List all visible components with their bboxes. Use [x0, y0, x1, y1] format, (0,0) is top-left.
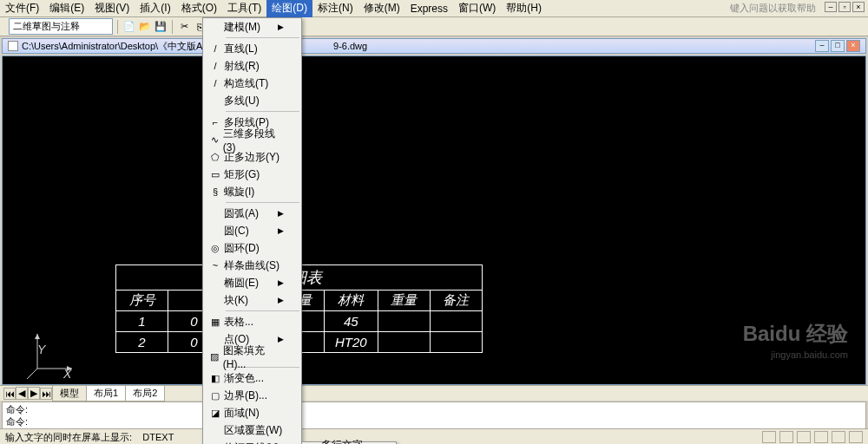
menu-file[interactable]: 文件(F) — [0, 0, 44, 17]
submenu-arrow-icon: ▶ — [278, 23, 284, 31]
draw-menu-item[interactable]: /直线(L) — [203, 40, 301, 57]
draw-menu-item[interactable]: ◎圆环(D) — [203, 239, 301, 257]
layout-tabs: ⏮ ◀ ▶ ⏭ 模型 布局1 布局2 — [0, 385, 868, 401]
draw-menu-item[interactable]: /构造线(T) — [203, 75, 301, 92]
menu-item-icon: / — [207, 78, 224, 88]
menu-draw[interactable]: 绘图(D) — [266, 0, 312, 17]
cmd-line: 命令: — [6, 415, 862, 428]
tab-last-button[interactable]: ⏭ — [40, 388, 52, 400]
menu-item-icon: / — [207, 61, 224, 71]
draw-menu-item[interactable]: 区域覆盖(W) — [203, 421, 301, 439]
toolbar: 二维草图与注释 📄 📂 💾 ✂ ⎘ 📋 — [0, 17, 868, 36]
submenu-arrow-icon: ▶ — [278, 278, 284, 287]
menu-help[interactable]: 帮助(H) — [501, 0, 547, 17]
menu-item-icon: ▢ — [207, 390, 224, 402]
draw-menu-item[interactable]: 修订云线(V) — [203, 439, 301, 444]
draw-menu-item[interactable]: 多线(U) — [203, 92, 301, 109]
submenu-arrow-icon: ▶ — [278, 209, 284, 218]
status-bar: 输入文字的同时在屏幕上显示: DTEXT — [0, 428, 868, 444]
menu-item-icon: ▭ — [207, 169, 224, 180]
menu-view[interactable]: 视图(V) — [89, 0, 135, 17]
grid-toggle[interactable] — [779, 431, 793, 443]
draw-menu-dropdown: 建模(M)▶/直线(L)/射线(R)/构造线(T)多线(U)⌐多段线(P)∿三维… — [202, 17, 302, 444]
menu-window[interactable]: 窗口(W) — [453, 0, 501, 17]
draw-menu-item[interactable]: 椭圆(E)▶ — [203, 274, 301, 291]
document-icon — [8, 41, 18, 51]
tab-layout2[interactable]: 布局2 — [125, 385, 165, 402]
cmd-line: 命令: — [6, 403, 862, 415]
menu-item-icon: ∿ — [207, 134, 223, 146]
command-window[interactable]: 命令: 命令: — [2, 402, 866, 429]
tab-layout1[interactable]: 布局1 — [86, 385, 126, 402]
draw-menu-item[interactable]: ▨图案填充(H)... — [203, 348, 301, 365]
draw-menu-item[interactable]: 圆弧(A)▶ — [203, 205, 301, 222]
draw-menu-item[interactable]: /射线(R) — [203, 57, 301, 75]
menu-item-icon: ◪ — [207, 408, 224, 419]
menu-item-icon: ~ — [207, 260, 224, 271]
doc-close-button[interactable]: × — [846, 40, 860, 52]
menu-tools[interactable]: 工具(T) — [222, 0, 266, 17]
watermark: Baidu 经验 — [743, 320, 848, 348]
tab-prev-button[interactable]: ◀ — [16, 387, 28, 400]
tab-first-button[interactable]: ⏮ — [3, 388, 16, 400]
draw-menu-item[interactable]: ~样条曲线(S) — [203, 257, 301, 274]
document-path: C:\Users\Administrator\Desktop\《中文版AutoC… — [22, 40, 229, 53]
tab-next-button[interactable]: ▶ — [28, 387, 40, 400]
menu-item-icon: / — [207, 43, 224, 54]
submenu-arrow-icon: ▶ — [278, 335, 284, 343]
draw-menu-item[interactable]: ▢边界(B)... — [203, 387, 301, 404]
save-icon[interactable]: 💾 — [154, 20, 168, 34]
draw-menu-item[interactable]: 块(K)▶ — [203, 291, 301, 309]
help-search[interactable]: 键入问题以获取帮助 — [730, 2, 816, 15]
submenu-arrow-icon: ▶ — [278, 296, 284, 304]
status-toggles — [762, 431, 863, 442]
doc-minimize-button[interactable]: – — [815, 40, 829, 52]
draw-menu-item[interactable]: 圆(C)▶ — [203, 222, 301, 239]
document-titlebar: C:\Users\Administrator\Desktop\《中文版AutoC… — [2, 38, 866, 54]
menu-item-icon: ◎ — [207, 243, 224, 254]
menu-format[interactable]: 格式(O) — [176, 0, 222, 17]
menu-edit[interactable]: 编辑(E) — [44, 0, 89, 17]
open-icon[interactable]: 📂 — [138, 20, 152, 34]
cut-icon[interactable]: ✂ — [177, 20, 191, 34]
workspace-selector[interactable]: 二维草图与注释 — [9, 18, 113, 35]
polar-toggle[interactable] — [814, 431, 828, 443]
menu-item-icon: ⌐ — [207, 117, 224, 127]
menu-insert[interactable]: 插入(I) — [135, 0, 175, 17]
draw-menu-item[interactable]: ▭矩形(G) — [203, 166, 301, 183]
document-filename: 9-6.dwg — [333, 41, 367, 51]
tab-model[interactable]: 模型 — [52, 385, 87, 402]
menu-item-icon: ▨ — [207, 351, 223, 362]
draw-menu-item[interactable]: ∿三维多段线(3) — [203, 131, 301, 148]
menu-item-icon: ◧ — [207, 373, 224, 384]
draw-menu-item[interactable]: ▦表格... — [203, 313, 301, 330]
doc-maximize-button[interactable]: □ — [831, 40, 845, 52]
new-icon[interactable]: 📄 — [122, 20, 136, 34]
menu-express[interactable]: Express — [405, 1, 453, 16]
status-text: 输入文字的同时在屏幕上显示: DTEXT — [5, 431, 174, 442]
snap-toggle[interactable] — [762, 431, 776, 443]
drawing-canvas[interactable]: 明细表 序号 数量 材料重量 备注 10 轴1 45 20 轮1 HT20 Y … — [2, 56, 866, 385]
draw-menu-item[interactable]: ⬠正多边形(Y) — [203, 148, 301, 166]
draw-menu-item[interactable]: ◧渐变色... — [203, 369, 301, 387]
draw-menu-item[interactable]: 建模(M)▶ — [203, 18, 301, 36]
menu-item-icon: § — [207, 186, 224, 197]
restore-button[interactable]: ▫ — [838, 2, 851, 12]
draw-menu-item[interactable]: §螺旋(I) — [203, 183, 301, 200]
minimize-button[interactable]: – — [825, 2, 837, 12]
otrack-toggle[interactable] — [849, 431, 863, 443]
close-button[interactable]: × — [852, 2, 865, 12]
menu-modify[interactable]: 修改(M) — [358, 0, 405, 17]
window-controls: – ▫ × — [825, 2, 865, 12]
menu-item-icon: ▦ — [207, 317, 224, 328]
watermark-sub: jingyan.baidu.com — [771, 349, 848, 360]
osnap-toggle[interactable] — [832, 431, 845, 443]
menu-item-icon: ⬠ — [207, 152, 224, 163]
menubar: 文件(F) 编辑(E) 视图(V) 插入(I) 格式(O) 工具(T) 绘图(D… — [0, 0, 868, 17]
ortho-toggle[interactable] — [797, 431, 811, 443]
menu-dimension[interactable]: 标注(N) — [312, 0, 358, 17]
submenu-arrow-icon: ▶ — [278, 226, 284, 235]
draw-menu-item[interactable]: ◪面域(N) — [203, 404, 301, 421]
